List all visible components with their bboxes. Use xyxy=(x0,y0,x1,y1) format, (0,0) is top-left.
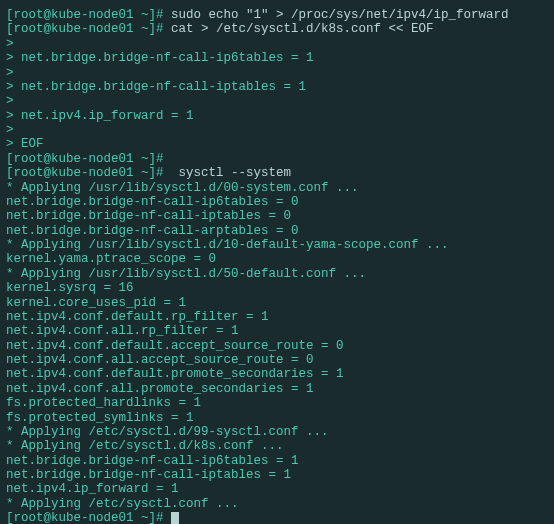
terminal-line: net.ipv4.conf.all.promote_secondaries = … xyxy=(6,382,548,396)
terminal-line: net.bridge.bridge-nf-call-iptables = 1 xyxy=(6,468,548,482)
terminal-line: > xyxy=(6,94,548,108)
terminal-line: * Applying /usr/lib/sysctl.d/00-system.c… xyxy=(6,181,548,195)
terminal-line: net.ipv4.conf.default.accept_source_rout… xyxy=(6,339,548,353)
terminal-line: net.ipv4.conf.default.rp_filter = 1 xyxy=(6,310,548,324)
terminal-line: fs.protected_symlinks = 1 xyxy=(6,411,548,425)
terminal-line: [root@kube-node01 ~]# sudo echo "1" > /p… xyxy=(6,8,548,22)
terminal-line: kernel.yama.ptrace_scope = 0 xyxy=(6,252,548,266)
output-text: net.ipv4.conf.all.promote_secondaries = … xyxy=(6,382,314,396)
output-text: kernel.yama.ptrace_scope = 0 xyxy=(6,252,216,266)
output-text: * Applying /etc/sysctl.conf ... xyxy=(6,497,239,511)
output-text: * Applying /usr/lib/sysctl.d/10-default-… xyxy=(6,238,449,252)
output-text: fs.protected_hardlinks = 1 xyxy=(6,396,201,410)
output-text: net.bridge.bridge-nf-call-ip6tables = 1 xyxy=(6,454,299,468)
terminal-line: > EOF xyxy=(6,137,548,151)
shell-prompt: [root@kube-node01 ~]# xyxy=(6,511,171,524)
output-text: net.ipv4.conf.default.promote_secondarie… xyxy=(6,367,344,381)
terminal-line: net.bridge.bridge-nf-call-iptables = 0 xyxy=(6,209,548,223)
terminal-line: net.bridge.bridge-nf-call-ip6tables = 0 xyxy=(6,195,548,209)
output-text: net.bridge.bridge-nf-call-iptables = 0 xyxy=(6,209,291,223)
output-text: net.ipv4.ip_forward = 1 xyxy=(6,482,179,496)
output-text: * Applying /etc/sysctl.d/99-sysctl.conf … xyxy=(6,425,329,439)
terminal-line: > xyxy=(6,37,548,51)
terminal-line: net.bridge.bridge-nf-call-arptables = 0 xyxy=(6,224,548,238)
output-text: > net.ipv4.ip_forward = 1 xyxy=(6,109,194,123)
terminal-line: [root@kube-node01 ~]# xyxy=(6,511,548,524)
terminal-line: * Applying /etc/sysctl.d/k8s.conf ... xyxy=(6,439,548,453)
terminal-line: net.ipv4.conf.default.promote_secondarie… xyxy=(6,367,548,381)
output-text: net.bridge.bridge-nf-call-arptables = 0 xyxy=(6,224,299,238)
terminal-line: [root@kube-node01 ~]# sysctl --system xyxy=(6,166,548,180)
output-text: > net.bridge.bridge-nf-call-iptables = 1 xyxy=(6,80,306,94)
output-text: net.bridge.bridge-nf-call-ip6tables = 0 xyxy=(6,195,299,209)
terminal-line: net.ipv4.ip_forward = 1 xyxy=(6,482,548,496)
terminal-line: fs.protected_hardlinks = 1 xyxy=(6,396,548,410)
output-text: net.ipv4.conf.default.rp_filter = 1 xyxy=(6,310,269,324)
output-text: fs.protected_symlinks = 1 xyxy=(6,411,194,425)
shell-prompt: [root@kube-node01 ~]# xyxy=(6,166,179,180)
output-text: > xyxy=(6,37,14,51)
shell-command: cat > /etc/sysctl.d/k8s.conf << EOF xyxy=(171,22,434,36)
shell-prompt: [root@kube-node01 ~]# xyxy=(6,152,164,166)
output-text: net.ipv4.conf.all.accept_source_route = … xyxy=(6,353,314,367)
terminal-output[interactable]: [root@kube-node01 ~]# sudo echo "1" > /p… xyxy=(6,8,548,524)
output-text: > xyxy=(6,123,14,137)
output-text: net.bridge.bridge-nf-call-iptables = 1 xyxy=(6,468,291,482)
output-text: * Applying /usr/lib/sysctl.d/50-default.… xyxy=(6,267,366,281)
terminal-line: * Applying /usr/lib/sysctl.d/10-default-… xyxy=(6,238,548,252)
output-text: > xyxy=(6,66,14,80)
terminal-line: kernel.core_uses_pid = 1 xyxy=(6,296,548,310)
shell-prompt: [root@kube-node01 ~]# xyxy=(6,8,171,22)
output-text: * Applying /etc/sysctl.d/k8s.conf ... xyxy=(6,439,284,453)
terminal-line: net.ipv4.conf.all.accept_source_route = … xyxy=(6,353,548,367)
terminal-line: > xyxy=(6,66,548,80)
shell-command: sudo echo "1" > /proc/sys/net/ipv4/ip_fo… xyxy=(171,8,509,22)
cursor-icon xyxy=(171,512,179,524)
terminal-line: > xyxy=(6,123,548,137)
output-text: > EOF xyxy=(6,137,44,151)
output-text: * Applying /usr/lib/sysctl.d/00-system.c… xyxy=(6,181,359,195)
terminal-line: [root@kube-node01 ~]# xyxy=(6,152,548,166)
terminal-line: * Applying /usr/lib/sysctl.d/50-default.… xyxy=(6,267,548,281)
terminal-line: * Applying /etc/sysctl.conf ... xyxy=(6,497,548,511)
terminal-line: [root@kube-node01 ~]# cat > /etc/sysctl.… xyxy=(6,22,548,36)
terminal-line: > net.bridge.bridge-nf-call-ip6tables = … xyxy=(6,51,548,65)
terminal-line: * Applying /etc/sysctl.d/99-sysctl.conf … xyxy=(6,425,548,439)
terminal-line: > net.bridge.bridge-nf-call-iptables = 1 xyxy=(6,80,548,94)
shell-command: sysctl --system xyxy=(179,166,292,180)
terminal-line: net.bridge.bridge-nf-call-ip6tables = 1 xyxy=(6,454,548,468)
output-text: net.ipv4.conf.default.accept_source_rout… xyxy=(6,339,344,353)
output-text: > xyxy=(6,94,14,108)
output-text: kernel.sysrq = 16 xyxy=(6,281,134,295)
terminal-line: kernel.sysrq = 16 xyxy=(6,281,548,295)
terminal-line: net.ipv4.conf.all.rp_filter = 1 xyxy=(6,324,548,338)
shell-prompt: [root@kube-node01 ~]# xyxy=(6,22,171,36)
output-text: net.ipv4.conf.all.rp_filter = 1 xyxy=(6,324,239,338)
terminal-line: > net.ipv4.ip_forward = 1 xyxy=(6,109,548,123)
output-text: > net.bridge.bridge-nf-call-ip6tables = … xyxy=(6,51,314,65)
output-text: kernel.core_uses_pid = 1 xyxy=(6,296,186,310)
